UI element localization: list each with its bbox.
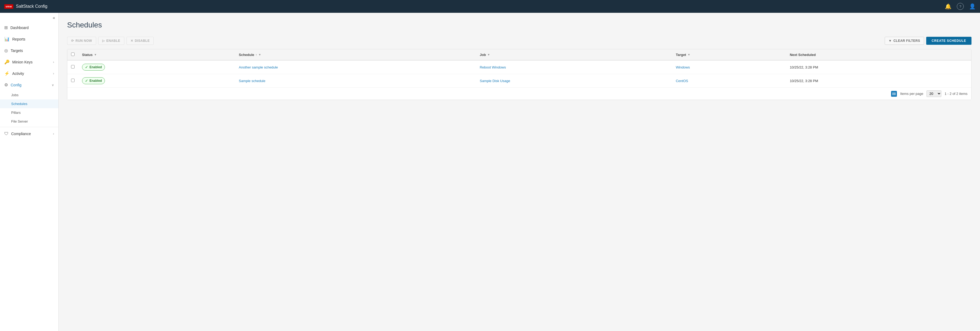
top-nav: vmw SaltStack Config 🔔 ? 👤: [0, 0, 980, 13]
sidebar-sub-label: Jobs: [11, 93, 18, 97]
sidebar-item-dashboard[interactable]: ⊞ Dashboard: [0, 22, 58, 33]
create-schedule-label: CREATE SCHEDULE: [932, 39, 966, 43]
collapse-button[interactable]: «: [53, 16, 55, 20]
select-all-col: [67, 49, 78, 60]
job-link[interactable]: Sample Disk Usage: [480, 79, 510, 83]
pagination-range: 1 - 2 of 2 items: [945, 92, 967, 96]
target-filter-icon[interactable]: ▼: [687, 53, 690, 56]
sidebar-item-label: Compliance: [11, 132, 31, 136]
reports-icon: 📊: [4, 37, 10, 42]
sidebar-item-activity[interactable]: ⚡ Activity ›: [0, 68, 58, 79]
sidebar-sub-item-file-server[interactable]: File Server: [0, 117, 58, 126]
sidebar-sub-item-pillars[interactable]: Pillars: [0, 108, 58, 117]
sidebar-collapse: «: [0, 13, 58, 22]
sidebar-item-reports[interactable]: 📊 Reports: [0, 33, 58, 45]
app-title: SaltStack Config: [16, 4, 48, 9]
run-now-label: RUN NOW: [76, 39, 92, 43]
create-schedule-button[interactable]: CREATE SCHEDULE: [926, 37, 972, 45]
pagination-row: Items per page 102050100 1 - 2 of 2 item…: [67, 87, 971, 100]
col-status: Status ▼: [78, 49, 235, 60]
table-header-row: Status ▼ Schedule ↑ ▼: [67, 49, 971, 60]
status-badge: ✓ Enabled: [82, 64, 105, 70]
col-next-scheduled-label: Next Scheduled: [790, 53, 816, 57]
clear-filters-button[interactable]: ▼ CLEAR FILTERS: [885, 37, 924, 45]
main-content: Schedules ⟳ RUN NOW ▷ ENABLE ✕ DISABLE: [59, 13, 980, 331]
schedule-sort-icon[interactable]: ↑: [256, 53, 257, 56]
sidebar-sub-label: File Server: [11, 119, 28, 123]
nav-left: vmw SaltStack Config: [4, 4, 48, 9]
disable-button[interactable]: ✕ DISABLE: [126, 37, 154, 45]
sidebar-item-label: Dashboard: [10, 26, 29, 30]
row-next-scheduled: 10/25/22, 3:28 PM: [786, 60, 971, 74]
row-checkbox-cell: [67, 74, 78, 88]
row-checkbox-cell: [67, 60, 78, 74]
compliance-icon: 🛡: [4, 131, 8, 136]
row-status: ✓ Enabled: [78, 74, 235, 88]
status-dot-icon: ✓: [85, 65, 88, 69]
toolbar-left: ⟳ RUN NOW ▷ ENABLE ✕ DISABLE: [67, 37, 883, 45]
sidebar-sub-item-jobs[interactable]: Jobs: [0, 91, 58, 99]
sidebar-sub-label: Pillars: [11, 110, 21, 115]
items-per-page-select[interactable]: 102050100: [926, 90, 941, 97]
minion-keys-icon: 🔑: [4, 59, 10, 64]
status-dot-icon: ✓: [85, 78, 88, 83]
enable-icon: ▷: [102, 39, 105, 43]
status-label: Enabled: [89, 79, 102, 83]
bell-icon[interactable]: 🔔: [945, 3, 951, 10]
disable-label: DISABLE: [135, 39, 150, 43]
row-next-scheduled: 10/25/22, 3:28 PM: [786, 74, 971, 88]
col-schedule: Schedule ↑ ▼: [235, 49, 476, 60]
layout: « ⊞ Dashboard 📊 Reports ◎ Targets 🔑 Mini…: [0, 13, 980, 331]
vmw-logo: vmw: [4, 4, 13, 9]
status-filter-icon[interactable]: ▼: [94, 53, 97, 56]
job-link[interactable]: Reboot Windows: [480, 65, 506, 69]
select-all-checkbox[interactable]: [71, 53, 75, 56]
disable-icon: ✕: [130, 39, 134, 43]
row-schedule: Sample schedule: [235, 74, 476, 88]
schedule-link[interactable]: Another sample schedule: [239, 65, 278, 69]
col-next-scheduled: Next Scheduled: [786, 49, 971, 60]
row-checkbox[interactable]: [71, 65, 75, 69]
sidebar-item-minion-keys[interactable]: 🔑 Minion Keys ›: [0, 56, 58, 68]
schedule-link[interactable]: Sample schedule: [239, 79, 266, 83]
toolbar-right: ▼ CLEAR FILTERS CREATE SCHEDULE: [885, 37, 972, 45]
sidebar-item-label: Reports: [12, 37, 25, 41]
run-now-icon: ⟳: [71, 39, 74, 43]
row-target: Windows: [672, 60, 786, 74]
sidebar-item-compliance[interactable]: 🛡 Compliance ›: [0, 128, 58, 139]
schedules-table-wrapper: Status ▼ Schedule ↑ ▼: [67, 49, 972, 100]
chevron-right-icon: ›: [53, 132, 54, 136]
schedule-filter-icon[interactable]: ▼: [258, 53, 261, 56]
user-icon[interactable]: 👤: [969, 3, 976, 10]
sidebar-item-targets[interactable]: ◎ Targets: [0, 45, 58, 56]
schedules-table: Status ▼ Schedule ↑ ▼: [67, 49, 971, 87]
dashboard-icon: ⊞: [4, 25, 8, 30]
chevron-right-icon: ›: [53, 60, 54, 64]
clear-filters-label: CLEAR FILTERS: [893, 39, 920, 43]
target-link[interactable]: CentOS: [676, 79, 688, 83]
expand-icon[interactable]: [891, 91, 897, 97]
chevron-down-icon: ∨: [52, 83, 54, 87]
col-status-label: Status: [82, 53, 93, 57]
sidebar-item-label: Activity: [12, 72, 24, 76]
help-icon[interactable]: ?: [957, 3, 964, 10]
activity-icon: ⚡: [4, 71, 10, 76]
config-icon: ⚙: [4, 82, 8, 87]
col-job: Job ▼: [476, 49, 672, 60]
run-now-button[interactable]: ⟳ RUN NOW: [67, 37, 96, 45]
job-filter-icon[interactable]: ▼: [487, 53, 490, 56]
sidebar-sub-item-schedules[interactable]: Schedules: [0, 99, 58, 108]
sidebar: « ⊞ Dashboard 📊 Reports ◎ Targets 🔑 Mini…: [0, 13, 59, 331]
table-row: ✓ Enabled Another sample schedule Reboot…: [67, 60, 971, 74]
row-checkbox[interactable]: [71, 78, 75, 82]
table-head: Status ▼ Schedule ↑ ▼: [67, 49, 971, 60]
status-badge: ✓ Enabled: [82, 77, 105, 84]
target-link[interactable]: Windows: [676, 65, 690, 69]
sidebar-item-config[interactable]: ⚙ Config ∨: [0, 79, 58, 91]
enable-button[interactable]: ▷ ENABLE: [98, 37, 124, 45]
col-target-label: Target: [676, 53, 686, 57]
sidebar-item-label: Targets: [11, 48, 23, 53]
status-label: Enabled: [89, 65, 102, 69]
filter-icon: ▼: [889, 39, 892, 43]
table-body: ✓ Enabled Another sample schedule Reboot…: [67, 60, 971, 87]
